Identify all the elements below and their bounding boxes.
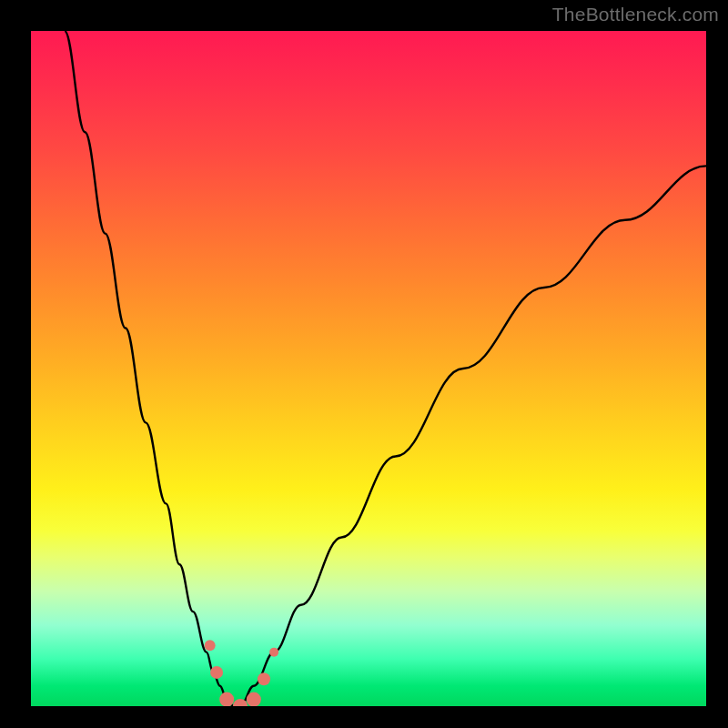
curve-marker <box>219 693 234 706</box>
curve-marker <box>210 666 223 679</box>
curve-marker <box>269 648 278 657</box>
curve-markers <box>205 640 278 706</box>
right-curve <box>240 166 706 706</box>
left-curve <box>65 31 234 706</box>
curve-marker <box>205 640 216 651</box>
chart-svg <box>31 31 706 706</box>
curve-marker <box>247 693 261 706</box>
watermark-text: TheBottleneck.com <box>552 4 719 25</box>
chart-frame: TheBottleneck.com <box>0 0 728 728</box>
curve-marker <box>258 672 270 685</box>
chart-plot-area <box>31 31 706 706</box>
